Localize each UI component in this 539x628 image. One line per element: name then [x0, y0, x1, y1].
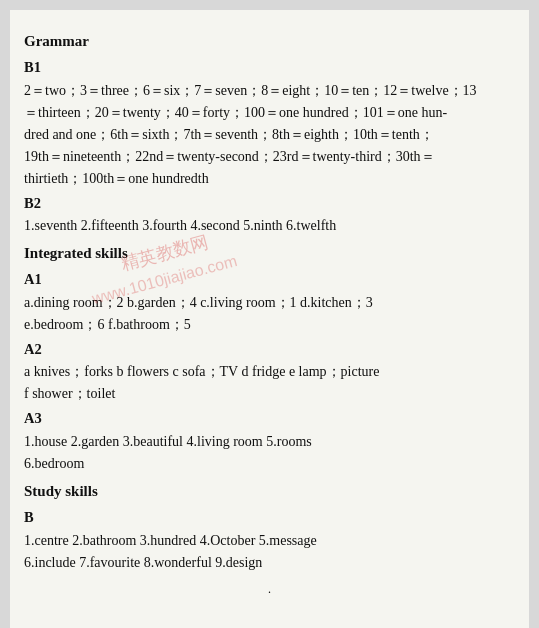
b1-line-2: ＝thirteen；20＝twenty；40＝forty；100＝one hun…: [24, 102, 515, 123]
b-line-2: 6.include 7.favourite 8.wonderful 9.desi…: [24, 552, 515, 573]
a2-line-2: f shower；toilet: [24, 383, 515, 404]
a1-line-1: a.dining room；2 b.garden；4 c.living room…: [24, 292, 515, 313]
subsection-label-b2: B2: [24, 192, 515, 214]
section-grammar: Grammar B1 2＝two；3＝three；6＝six；7＝seven；8…: [24, 30, 515, 236]
b-line-1: 1.centre 2.bathroom 3.hundred 4.October …: [24, 530, 515, 551]
b1-line-1: 2＝two；3＝three；6＝six；7＝seven；8＝eight；10＝t…: [24, 80, 515, 101]
section-title-grammar: Grammar: [24, 30, 515, 53]
page: Grammar B1 2＝two；3＝three；6＝six；7＝seven；8…: [10, 10, 529, 628]
a3-line-1: 1.house 2.garden 3.beautiful 4.living ro…: [24, 431, 515, 452]
b1-line-3: dred and one；6th＝sixth；7th＝seventh；8th＝e…: [24, 124, 515, 145]
b1-line-5: thirtieth；100th＝one hundredth: [24, 168, 515, 189]
section-study: Study skills B 1.centre 2.bathroom 3.hun…: [24, 480, 515, 573]
a2-line-1: a knives；forks b flowers c sofa；TV d fri…: [24, 361, 515, 382]
subsection-label-a2: A2: [24, 338, 515, 360]
b2-line-1: 1.seventh 2.fifteenth 3.fourth 4.second …: [24, 215, 515, 236]
subsection-label-b1: B1: [24, 56, 515, 78]
a3-line-2: 6.bedroom: [24, 453, 515, 474]
section-title-integrated: Integrated skills: [24, 242, 515, 265]
page-dot: ·: [24, 583, 515, 602]
subsection-label-a3: A3: [24, 407, 515, 429]
subsection-label-a1: A1: [24, 268, 515, 290]
section-title-study: Study skills: [24, 480, 515, 503]
b1-line-4: 19th＝nineteenth；22nd＝twenty-second；23rd＝…: [24, 146, 515, 167]
subsection-label-b: B: [24, 506, 515, 528]
section-integrated: Integrated skills A1 a.dining room；2 b.g…: [24, 242, 515, 474]
a1-line-2: e.bedroom；6 f.bathroom；5: [24, 314, 515, 335]
